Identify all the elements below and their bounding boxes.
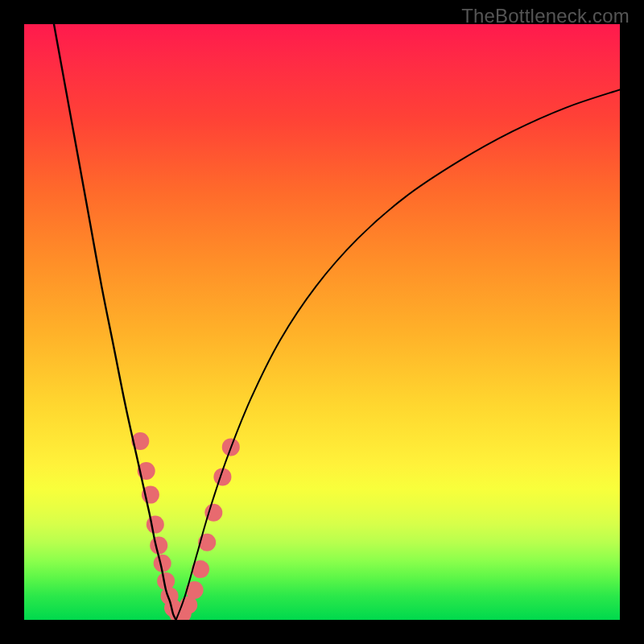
sample-dot	[147, 516, 164, 534]
right-branch-curve	[176, 89, 620, 620]
plot-area	[24, 24, 620, 620]
sample-dot	[150, 537, 167, 555]
curve-layer	[24, 24, 620, 620]
chart-frame: TheBottleneck.com	[0, 0, 644, 644]
